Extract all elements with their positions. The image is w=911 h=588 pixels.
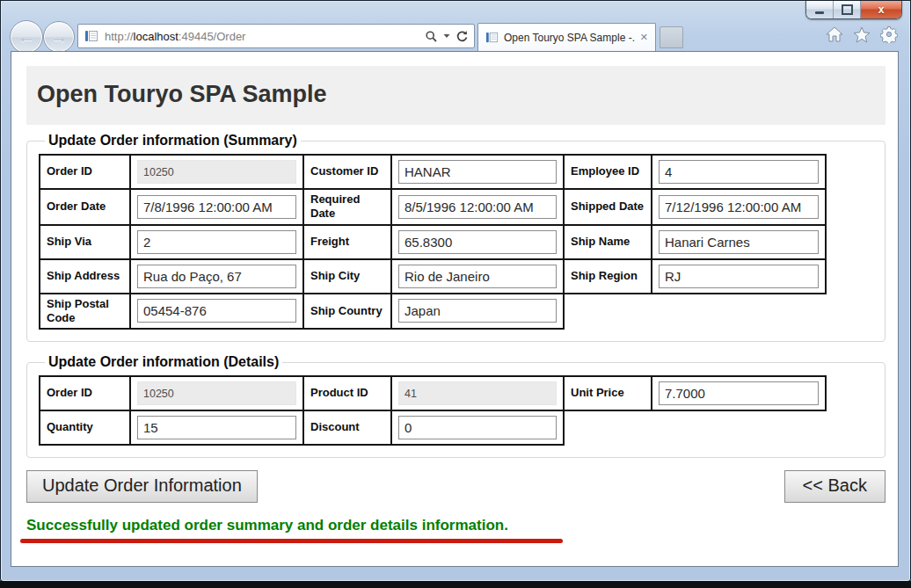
details-table: Order ID Product ID Unit Price Quantity … (39, 375, 827, 446)
ship-via-input[interactable] (137, 230, 296, 254)
tab-favicon-icon (485, 31, 499, 44)
minimize-button[interactable] (806, 1, 834, 18)
unit-price-label: Unit Price (564, 376, 652, 410)
shipped-date-label: Shipped Date (564, 189, 652, 225)
discount-label: Discount (303, 410, 391, 445)
ship-city-label: Ship City (303, 259, 391, 294)
table-row: Ship Postal Code Ship Country (40, 294, 826, 330)
customer-id-input[interactable] (398, 160, 557, 184)
maximize-button[interactable] (834, 1, 861, 18)
page-favicon-icon (84, 29, 98, 43)
close-button[interactable]: x (861, 1, 901, 18)
page-masthead: Open Touryo SPA Sample (26, 66, 885, 125)
ship-region-input[interactable] (659, 265, 819, 288)
table-row: Order ID Customer ID Employee ID (40, 155, 826, 189)
star-icon[interactable] (853, 26, 871, 43)
ship-country-label: Ship Country (303, 294, 391, 330)
back-arrow-icon: ← (18, 28, 35, 46)
close-icon: x (878, 4, 885, 15)
table-row: Quantity Discount (40, 410, 826, 445)
table-row: Order Date Required Date Shipped Date (40, 189, 826, 225)
address-bar[interactable]: http://localhost:49445/Order (77, 24, 475, 48)
new-tab-button[interactable] (660, 26, 683, 48)
detail-order-id-label: Order ID (40, 376, 130, 410)
success-message: Successfully updated order summary and o… (26, 517, 885, 534)
required-date-input[interactable] (398, 195, 557, 219)
quantity-label: Quantity (40, 410, 130, 445)
table-row: Ship Via Freight Ship Name (40, 225, 826, 259)
url-text: http://localhost:49445/Order (105, 30, 425, 43)
details-legend: Update Order information (Details) (45, 354, 282, 370)
shipped-date-input[interactable] (659, 195, 819, 219)
ship-name-input[interactable] (659, 230, 819, 254)
summary-fieldset: Update Order information (Summary) Order… (26, 133, 885, 342)
search-icon[interactable] (425, 30, 438, 43)
summary-legend: Update Order information (Summary) (45, 133, 301, 149)
desktop-edge (0, 581, 911, 588)
page-title: Open Touryo SPA Sample (37, 81, 875, 108)
ship-region-label: Ship Region (564, 259, 652, 294)
forward-arrow-icon: → (50, 28, 68, 46)
chevron-down-icon[interactable] (443, 33, 450, 39)
window-controls: x (805, 1, 902, 19)
browser-window: x ← → http://localhost:49445/Order Open … (0, 0, 911, 582)
tab-close-icon[interactable]: ✕ (640, 33, 648, 42)
freight-label: Freight (303, 225, 391, 259)
order-date-input[interactable] (137, 195, 296, 219)
ship-postal-code-label: Ship Postal Code (40, 294, 130, 330)
table-row: Ship Address Ship City Ship Region (40, 259, 826, 294)
details-fieldset: Update Order information (Details) Order… (26, 354, 885, 458)
tab-title: Open Touryo SPA Sample -... (504, 32, 635, 44)
maximize-icon (842, 4, 853, 15)
order-id-input (137, 160, 296, 184)
gear-icon[interactable] (880, 25, 898, 43)
discount-input[interactable] (398, 416, 557, 439)
page-viewport: Open Touryo SPA Sample Update Order info… (11, 51, 899, 567)
refresh-icon[interactable] (456, 30, 469, 43)
ship-via-label: Ship Via (40, 225, 130, 259)
table-row: Order ID Product ID Unit Price (40, 376, 826, 410)
home-icon[interactable] (826, 26, 843, 42)
browser-tab[interactable]: Open Touryo SPA Sample -... ✕ (477, 23, 656, 51)
forward-button[interactable]: → (43, 21, 75, 53)
freight-input[interactable] (398, 230, 557, 254)
ship-postal-code-input[interactable] (137, 299, 296, 323)
red-underline-annotation (20, 539, 563, 543)
order-date-label: Order Date (40, 189, 130, 225)
ship-address-label: Ship Address (40, 259, 130, 294)
customer-id-label: Customer ID (303, 155, 391, 189)
product-id-label: Product ID (303, 376, 391, 410)
ship-name-label: Ship Name (564, 225, 652, 259)
unit-price-input[interactable] (659, 381, 819, 405)
employee-id-input[interactable] (659, 160, 819, 184)
summary-table: Order ID Customer ID Employee ID Order D… (39, 154, 827, 330)
ship-address-input[interactable] (137, 265, 296, 288)
detail-order-id-input (137, 381, 296, 405)
update-order-button[interactable]: Update Order Information (26, 470, 258, 503)
required-date-label: Required Date (303, 189, 391, 225)
product-id-input (398, 381, 557, 405)
quantity-input[interactable] (137, 416, 296, 439)
back-button[interactable]: ← (10, 20, 43, 54)
employee-id-label: Employee ID (564, 155, 652, 189)
minimize-icon (815, 11, 824, 14)
back-nav-button[interactable]: << Back (784, 470, 885, 503)
order-id-label: Order ID (40, 155, 130, 189)
ship-city-input[interactable] (398, 265, 557, 288)
ship-country-input[interactable] (398, 299, 557, 323)
